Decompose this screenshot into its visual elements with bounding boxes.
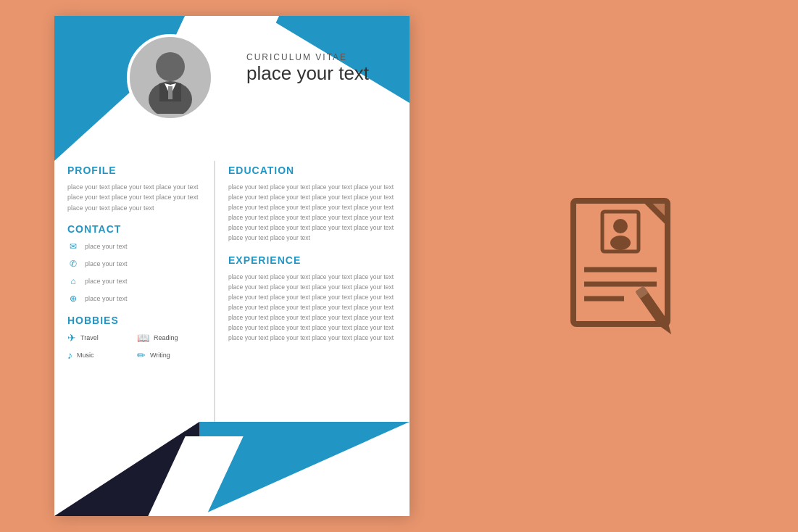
education-section: EDUCATION place your text place your tex… [228,165,396,243]
education-text: place your text place your text place yo… [228,182,396,243]
svg-point-0 [156,52,185,81]
svg-point-10 [610,236,631,250]
cv-document: CURICULUM VITAE place your text PROFILE … [54,16,410,516]
resume-icon [552,186,697,346]
hobbies-title: HOBBIES [67,315,201,326]
contact-phone-text: place your text [85,260,128,267]
web-icon: ⊕ [67,293,79,304]
education-title: EDUCATION [228,165,396,176]
hobby-music-label: Music [77,352,94,359]
experience-title: EXPERIENCE [228,254,396,266]
hobbies-grid: ✈ Travel 📖 Reading ♪ Music ✏ Writing [67,332,201,361]
svg-point-9 [613,219,628,233]
cv-header: CURICULUM VITAE place your text [246,52,369,85]
hobbies-section: HOBBIES ✈ Travel 📖 Reading ♪ Music [67,315,201,361]
cv-content: PROFILE place your text place your text … [54,157,410,422]
cv-subtitle: CURICULUM VITAE [246,52,369,62]
contact-web: ⊕ place your text [67,293,201,304]
contact-title: CONTACT [67,223,201,235]
reading-icon: 📖 [137,332,149,344]
experience-text: place your text place your text place yo… [228,272,396,343]
svg-rect-5 [168,86,173,99]
hobby-reading-label: Reading [154,334,178,341]
hobby-travel-label: Travel [80,334,99,341]
contact-phone: ✆ place your text [67,258,201,270]
contact-web-text: place your text [85,295,128,302]
music-icon: ♪ [67,349,72,361]
contact-email-text: place your text [85,243,128,250]
travel-icon: ✈ [67,332,76,344]
profile-text: place your text place your text place yo… [67,182,201,213]
hobby-writing-label: Writing [150,352,170,359]
email-icon: ✉ [67,241,79,252]
cv-left-column: PROFILE place your text place your text … [54,157,214,422]
profile-title: PROFILE [67,165,201,176]
avatar [127,34,214,121]
contact-address: ⌂ place your text [67,275,201,287]
address-icon: ⌂ [67,275,79,287]
hobby-music: ♪ Music [67,349,131,361]
hobby-travel: ✈ Travel [67,332,131,344]
hobby-reading: 📖 Reading [137,332,201,344]
contact-email: ✉ place your text [67,241,201,252]
contact-address-text: place your text [85,278,128,285]
phone-icon: ✆ [67,258,79,270]
cv-title: place your text [246,62,369,85]
writing-icon: ✏ [137,349,146,361]
experience-section: EXPERIENCE place your text place your te… [228,254,396,343]
cv-icon-decoration [552,186,697,346]
hobby-writing: ✏ Writing [137,349,201,361]
contact-section: CONTACT ✉ place your text ✆ place your t… [67,223,201,304]
cv-right-column: EDUCATION place your text place your tex… [215,157,410,422]
